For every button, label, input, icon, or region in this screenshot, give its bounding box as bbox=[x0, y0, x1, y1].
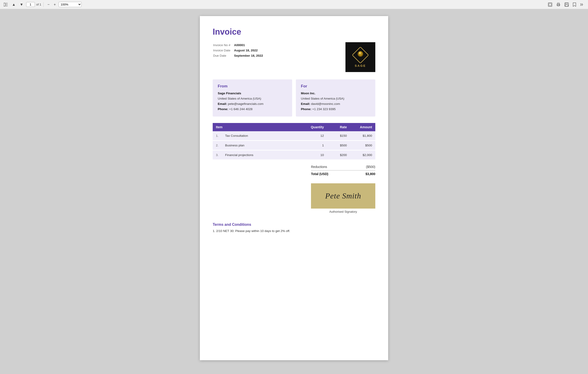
reductions-label: Reductions bbox=[311, 165, 327, 169]
bookmark-button[interactable] bbox=[571, 2, 578, 8]
col-item-header: Item bbox=[213, 123, 300, 131]
meta-table: Invoice No # A00001 Invoice Date August … bbox=[213, 42, 267, 59]
logo-name: SAGE bbox=[355, 64, 366, 68]
for-title: For bbox=[301, 84, 370, 89]
col-quantity-header: Quantity bbox=[300, 123, 327, 131]
terms-section: Terms and Conditions 1. 2/10 NET 30: Ple… bbox=[213, 222, 375, 233]
svg-point-16 bbox=[359, 52, 361, 54]
due-date-value: September 18, 2022 bbox=[234, 53, 266, 58]
total-pages-label: of 1 bbox=[36, 3, 41, 6]
from-phone-label: Phone: bbox=[218, 107, 228, 111]
row-rate: $150 bbox=[327, 131, 350, 141]
terms-text: 1. 2/10 NET 30: Please pay within 10 day… bbox=[213, 229, 375, 233]
row-amount: $1,800 bbox=[350, 131, 375, 141]
signature-section: Pete Smith Authorised Signatory bbox=[213, 183, 375, 213]
table-row: 3. Financial projections 10 $200 $2,000 bbox=[213, 150, 375, 160]
invoice-date-label: Invoice Date bbox=[213, 48, 234, 53]
signature-box: Pete Smith Authorised Signatory bbox=[311, 183, 375, 213]
signature-text: Pete Smith bbox=[325, 192, 361, 200]
expand-button[interactable] bbox=[579, 2, 586, 7]
meta-section: Invoice No # A00001 Invoice Date August … bbox=[213, 42, 375, 72]
table-row: 2. Business plan 1 $500 $500 bbox=[213, 141, 375, 150]
total-row: Total (USD) $3,800 bbox=[311, 170, 375, 177]
svg-rect-0 bbox=[4, 3, 5, 6]
toggle-sidebar-button[interactable] bbox=[2, 2, 9, 7]
reductions-value: ($500) bbox=[366, 165, 375, 169]
zoom-in-button[interactable]: + bbox=[52, 2, 57, 8]
row-quantity: 10 bbox=[300, 150, 327, 160]
zoom-out-button[interactable]: − bbox=[46, 2, 51, 8]
row-item: Financial projections bbox=[222, 150, 300, 160]
save-button[interactable] bbox=[563, 2, 570, 8]
toolbar: ▲ ▼ of 1 − + 50% 75% 100% 125% 150% 200% bbox=[0, 0, 588, 9]
next-page-button[interactable]: ▼ bbox=[18, 2, 25, 8]
from-box: From Sage Financials United States of Am… bbox=[213, 79, 292, 117]
zoom-select[interactable]: 50% 75% 100% 125% 150% 200% bbox=[59, 2, 82, 7]
items-table: Item Quantity Rate Amount 1. Tax Consult… bbox=[213, 123, 375, 160]
company-logo: SAGE bbox=[346, 42, 375, 72]
row-rate: $500 bbox=[327, 141, 350, 150]
prev-page-button[interactable]: ▲ bbox=[10, 2, 17, 8]
logo-diamond-icon bbox=[352, 47, 368, 63]
reductions-row: Reductions ($500) bbox=[311, 164, 375, 170]
row-amount: $2,000 bbox=[350, 150, 375, 160]
due-date-label: Due Date bbox=[213, 53, 234, 58]
svg-rect-5 bbox=[549, 3, 551, 6]
from-title: From bbox=[218, 84, 287, 89]
svg-rect-12 bbox=[565, 5, 568, 6]
row-num: 2. bbox=[213, 141, 222, 150]
signature-image: Pete Smith bbox=[311, 183, 375, 209]
totals-section: Reductions ($500) Total (USD) $3,800 bbox=[213, 164, 375, 177]
row-item: Tax Consultation bbox=[222, 131, 300, 141]
col-amount-header: Amount bbox=[350, 123, 375, 131]
invoice-no-value: A00001 bbox=[234, 43, 266, 48]
for-country: United States of America (USA) bbox=[301, 96, 370, 101]
for-phone-value: +1 234 323 9395 bbox=[312, 107, 336, 111]
print-button[interactable] bbox=[555, 2, 562, 8]
from-phone-value: +1 646 244 4028 bbox=[229, 107, 253, 111]
total-label: Total (USD) bbox=[311, 172, 328, 176]
for-email-label: Email: bbox=[301, 102, 310, 106]
row-item: Business plan bbox=[222, 141, 300, 150]
signature-label: Authorised Signatory bbox=[311, 210, 375, 213]
col-rate-header: Rate bbox=[327, 123, 350, 131]
page-wrapper: Invoice Invoice No # A00001 Invoice Date… bbox=[0, 9, 588, 374]
from-email-label: Email: bbox=[218, 102, 227, 106]
for-email-value: david@mooninc.com bbox=[311, 102, 340, 106]
row-amount: $500 bbox=[350, 141, 375, 150]
fit-page-button[interactable] bbox=[547, 2, 554, 8]
document: Invoice Invoice No # A00001 Invoice Date… bbox=[200, 16, 388, 360]
row-num: 3. bbox=[213, 150, 222, 160]
invoice-date-value: August 18, 2022 bbox=[234, 48, 266, 53]
for-company: Moon Inc. bbox=[301, 91, 315, 95]
from-company: Sage Financials bbox=[218, 91, 241, 95]
terms-item: 1. 2/10 NET 30: Please pay within 10 day… bbox=[213, 229, 375, 233]
from-for-section: From Sage Financials United States of Am… bbox=[213, 79, 375, 117]
from-email-value: pete@sagefinancials.com bbox=[228, 102, 263, 106]
for-box: For Moon Inc. United States of America (… bbox=[296, 79, 375, 117]
page-number-input[interactable] bbox=[26, 2, 35, 7]
row-quantity: 1 bbox=[300, 141, 327, 150]
terms-title: Terms and Conditions bbox=[213, 222, 375, 227]
for-phone-label: Phone: bbox=[301, 107, 311, 111]
total-value: $3,800 bbox=[366, 172, 375, 176]
totals-block: Reductions ($500) Total (USD) $3,800 bbox=[311, 164, 375, 177]
svg-point-9 bbox=[559, 4, 560, 5]
invoice-no-label: Invoice No # bbox=[213, 43, 234, 48]
table-row: 1. Tax Consultation 12 $150 $1,800 bbox=[213, 131, 375, 141]
row-quantity: 12 bbox=[300, 131, 327, 141]
svg-rect-11 bbox=[566, 3, 567, 4]
row-num: 1. bbox=[213, 131, 222, 141]
invoice-title: Invoice bbox=[213, 27, 375, 37]
from-country: United States of America (USA) bbox=[218, 96, 287, 101]
row-rate: $200 bbox=[327, 150, 350, 160]
